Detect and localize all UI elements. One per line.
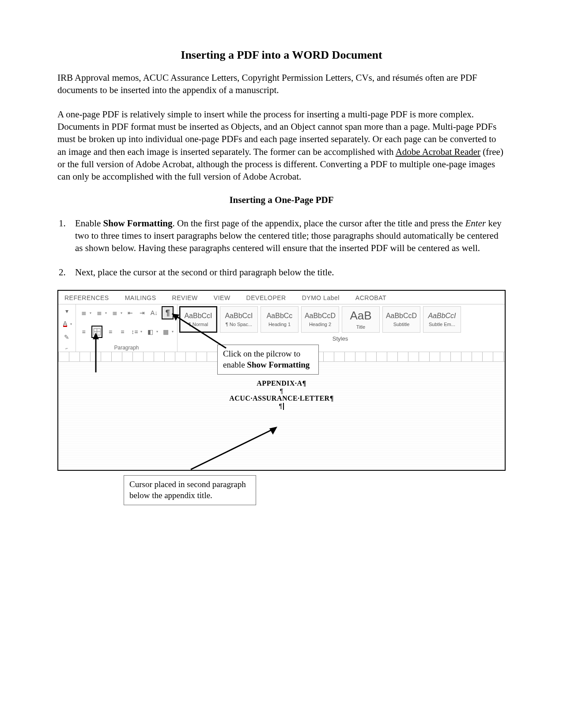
word-window: REFERENCES MAILINGS REVIEW VIEW DEVELOPE… bbox=[57, 290, 506, 471]
align-center-icon[interactable]: ≡ bbox=[106, 327, 114, 337]
font-group-launcher[interactable]: ⌐ bbox=[62, 345, 72, 351]
shading-icon[interactable]: ◧ bbox=[146, 327, 154, 337]
style--no-spac-[interactable]: AaBbCcI¶ No Spac... bbox=[220, 306, 258, 333]
indent-increase-icon[interactable]: ⇥ bbox=[138, 308, 146, 318]
acrobat-reader-link[interactable]: Adobe Acrobat Reader bbox=[396, 146, 480, 157]
tab-view[interactable]: VIEW bbox=[214, 294, 230, 301]
style-heading-1[interactable]: AaBbCcHeading 1 bbox=[261, 306, 299, 333]
callout-pilcrow: Click on the pilcrow to enable Show Form… bbox=[217, 345, 319, 374]
intro-para-1: IRB Approval memos, ACUC Assurance Lette… bbox=[57, 71, 506, 97]
style--normal[interactable]: AaBbCcI¶ Normal bbox=[179, 306, 217, 333]
step1-c: . On the first page of the appendix, pla… bbox=[172, 218, 465, 229]
align-left-icon[interactable]: ≡ bbox=[79, 327, 88, 337]
style-title[interactable]: AaBTitle bbox=[342, 306, 380, 333]
numbering-icon[interactable]: ≣ bbox=[95, 308, 103, 318]
format-painter-icon[interactable]: ✎ bbox=[62, 332, 72, 342]
tab-acrobat[interactable]: ACROBAT bbox=[355, 294, 386, 301]
tab-developer[interactable]: DEVELOPER bbox=[246, 294, 286, 301]
intro-para-2: A one-page PDF is relatively simple to i… bbox=[57, 108, 506, 183]
show-formatting-button[interactable]: ¶ bbox=[162, 306, 174, 319]
tab-references[interactable]: REFERENCES bbox=[64, 294, 109, 301]
font-color-icon[interactable]: A bbox=[62, 319, 68, 329]
step1-d: Enter bbox=[465, 218, 486, 229]
font-dropdown-icon[interactable]: ▾ bbox=[62, 306, 72, 316]
page-title: Inserting a PDF into a WORD Document bbox=[57, 49, 506, 62]
callout1-b: Show Formatting bbox=[247, 360, 310, 369]
border-dd-icon[interactable]: ▦ bbox=[162, 327, 170, 337]
style-heading-2[interactable]: AaBbCcDHeading 2 bbox=[301, 306, 339, 333]
text-cursor bbox=[283, 403, 284, 410]
align-right-icon[interactable]: ≡ bbox=[118, 327, 127, 337]
styles-group-label: Styles bbox=[179, 333, 501, 342]
borders-button[interactable] bbox=[91, 326, 102, 338]
word-screenshot-figure: REFERENCES MAILINGS REVIEW VIEW DEVELOPE… bbox=[57, 290, 506, 471]
step1-a: Enable bbox=[75, 218, 103, 229]
document-area[interactable]: APPENDIX·A¶ ¶ ACUC·ASSURANCE·LETTER¶ ¶ bbox=[58, 362, 505, 471]
style-subtitle[interactable]: AaBbCcDSubtitle bbox=[382, 306, 420, 333]
paragraph-group-label: Paragraph bbox=[79, 344, 174, 351]
ribbon-tabs: REFERENCES MAILINGS REVIEW VIEW DEVELOPE… bbox=[58, 291, 505, 304]
style-gallery[interactable]: AaBbCcI¶ NormalAaBbCcI¶ No Spac...AaBbCc… bbox=[179, 306, 501, 333]
doc-line-2: ¶ bbox=[58, 387, 505, 394]
callout-cursor: Cursor placed in second paragraph below … bbox=[124, 475, 256, 505]
style-subtle-em-[interactable]: AaBbCcISubtle Em... bbox=[423, 306, 461, 333]
multilevel-icon[interactable]: ≣ bbox=[110, 308, 119, 318]
step-2: Next, place the cursor at the second or … bbox=[68, 266, 506, 278]
bullets-icon[interactable]: ≣ bbox=[79, 308, 88, 318]
step1-b: Show Formatting bbox=[103, 218, 173, 229]
sort-icon[interactable]: A↓ bbox=[150, 308, 158, 318]
section-heading: Inserting a One-Page PDF bbox=[57, 195, 506, 206]
doc-line-4: ¶ bbox=[58, 402, 505, 410]
tab-mailings[interactable]: MAILINGS bbox=[125, 294, 156, 301]
doc-line-1: APPENDIX·A¶ bbox=[58, 379, 505, 387]
doc-line-3: ACUC·ASSURANCE·LETTER¶ bbox=[58, 394, 505, 402]
indent-decrease-icon[interactable]: ⇤ bbox=[126, 308, 134, 318]
tab-review[interactable]: REVIEW bbox=[172, 294, 198, 301]
steps-list: Enable Show Formatting. On the first pag… bbox=[57, 217, 506, 278]
step-1: Enable Show Formatting. On the first pag… bbox=[68, 217, 506, 255]
line-spacing-icon[interactable]: ↕≡ bbox=[130, 327, 139, 337]
tab-dymo[interactable]: DYMO Label bbox=[302, 294, 340, 301]
pilcrow-4: ¶ bbox=[279, 402, 283, 409]
